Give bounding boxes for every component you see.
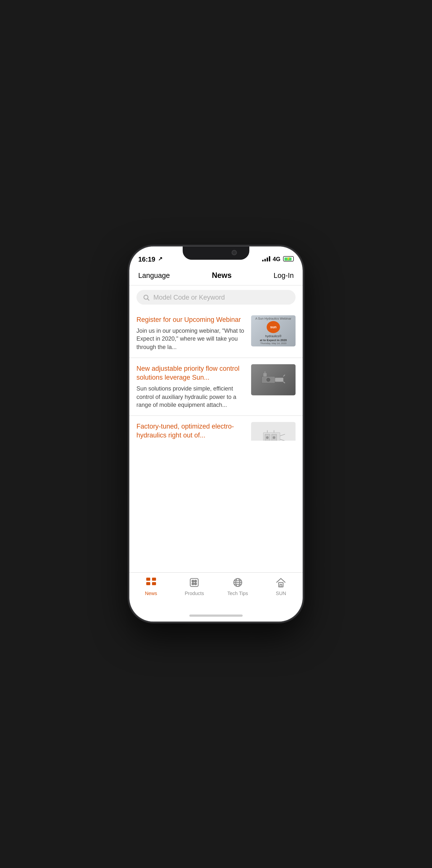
news-desc-2: Sun solutions provide simple, efficient … (136, 385, 246, 409)
news-grid-icon (145, 576, 157, 589)
login-button[interactable]: Log-In (273, 272, 294, 279)
search-bar[interactable]: Model Code or Keyword (136, 290, 296, 305)
svg-rect-41 (146, 582, 150, 585)
news-item-3[interactable]: Factory-tuned, optimized electro-hydraul… (129, 416, 303, 441)
search-icon (143, 294, 150, 301)
svg-rect-39 (146, 578, 150, 581)
tab-news[interactable]: News (129, 576, 173, 596)
news-image-2 (251, 364, 296, 395)
nav-header: Language News Log-In (129, 266, 303, 285)
tab-tech-tips-label: Tech Tips (227, 591, 248, 596)
tab-sun[interactable]: SUN (260, 576, 303, 596)
tab-news-label: News (145, 591, 157, 596)
news-item-1[interactable]: Register for our Upcoming Webinar Join u… (129, 309, 303, 358)
globe-icon (232, 576, 244, 589)
svg-rect-45 (195, 580, 197, 582)
news-content-2: New adjustable priority flow control sol… (136, 364, 246, 409)
svg-rect-54 (280, 584, 282, 587)
location-icon: ↗ (158, 256, 162, 262)
news-list: Register for our Upcoming Webinar Join u… (129, 309, 303, 441)
news-title-1: Register for our Upcoming Webinar (136, 315, 246, 324)
svg-point-0 (144, 295, 148, 299)
svg-line-6 (284, 382, 285, 383)
news-title-2: New adjustable priority flow control sol… (136, 364, 246, 382)
search-input[interactable]: Model Code or Keyword (153, 293, 225, 301)
status-icons: 4G ⚡ (262, 255, 294, 262)
news-content-1: Register for our Upcoming Webinar Join u… (136, 315, 246, 351)
front-camera (232, 250, 237, 255)
svg-rect-53 (279, 583, 283, 587)
language-button[interactable]: Language (138, 272, 170, 279)
products-icon (188, 576, 200, 589)
tab-bar: News Products (129, 572, 303, 609)
news-image-3 (251, 422, 296, 441)
search-container: Model Code or Keyword (129, 285, 303, 309)
content-spacer (129, 441, 303, 572)
news-desc-1: Join us in our upcoming webinar, "What t… (136, 327, 246, 351)
news-image-1: A Sun Hydraulics Webinar sun hydraulics®… (251, 315, 296, 346)
phone-frame: 16:19 ↗ 4G ⚡ (129, 246, 303, 621)
svg-rect-7 (263, 373, 267, 376)
svg-rect-47 (195, 583, 197, 585)
svg-rect-42 (152, 582, 156, 585)
signal-bars (262, 256, 270, 261)
svg-point-15 (273, 436, 275, 439)
network-label: 4G (273, 255, 280, 262)
svg-rect-40 (152, 578, 156, 581)
svg-point-14 (266, 436, 269, 439)
phone-screen: 16:19 ↗ 4G ⚡ (129, 246, 303, 621)
svg-line-12 (280, 434, 285, 436)
svg-rect-3 (275, 378, 284, 382)
tab-products-label: Products (185, 591, 204, 596)
news-content-3: Factory-tuned, optimized electro-hydraul… (136, 422, 246, 441)
electro-part-icon (260, 426, 287, 441)
tab-sun-label: SUN (276, 591, 286, 596)
svg-rect-44 (192, 580, 194, 582)
page-title: News (212, 271, 232, 280)
news-title-3: Factory-tuned, optimized electro-hydraul… (136, 422, 246, 440)
news-item-2[interactable]: New adjustable priority flow control sol… (129, 358, 303, 416)
tab-tech-tips[interactable]: Tech Tips (216, 576, 260, 596)
svg-line-5 (284, 375, 285, 376)
tab-products[interactable]: Products (173, 576, 216, 596)
svg-point-4 (267, 378, 270, 381)
status-time: 16:19 ↗ (138, 255, 162, 263)
battery-indicator: ⚡ (283, 256, 294, 261)
svg-line-1 (147, 299, 149, 300)
svg-rect-46 (192, 583, 194, 585)
home-icon (275, 576, 287, 589)
notch (183, 246, 249, 259)
home-indicator (129, 609, 303, 621)
svg-rect-43 (190, 579, 198, 586)
hydraulics-part-icon (260, 369, 287, 391)
